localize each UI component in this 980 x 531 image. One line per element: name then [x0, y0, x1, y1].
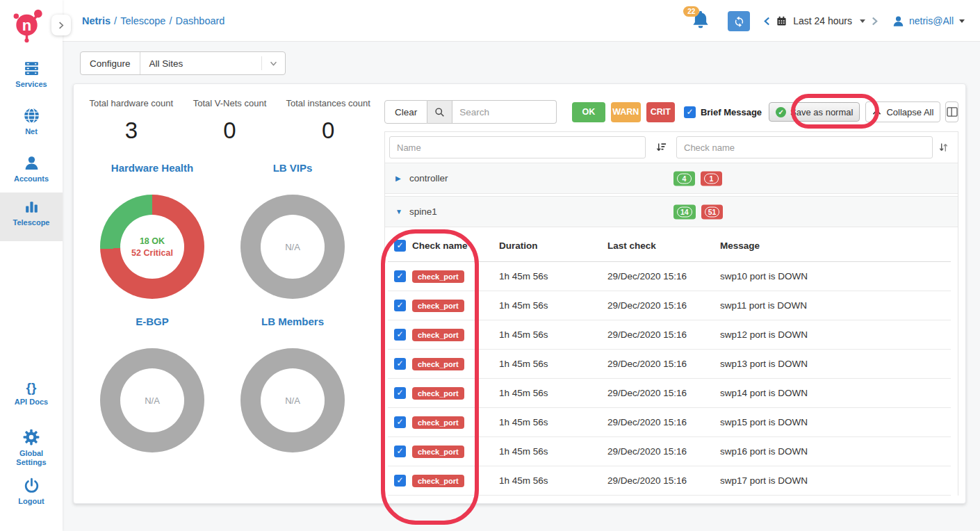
check-name-badge: check_port	[412, 329, 464, 341]
name-filter-input[interactable]	[389, 136, 646, 158]
collapse-all-label: Collapse All	[886, 107, 933, 117]
lb-members-donut[interactable]: N/A	[240, 348, 345, 452]
chevron-down-icon	[270, 61, 277, 66]
collapse-all-button[interactable]: Collapse All	[865, 101, 940, 122]
duration-cell: 1h 45m 56s	[499, 300, 607, 311]
group-status-badges: 14 51	[673, 204, 723, 219]
last-check-cell: 29/Dec/2020 15:16	[607, 417, 720, 427]
time-range-prev-button[interactable]	[764, 17, 770, 26]
row-checkbox[interactable]	[394, 475, 406, 487]
breadcrumb-root[interactable]: Netris	[82, 15, 111, 26]
donut-center: N/A	[261, 215, 325, 279]
netris-logo[interactable]: n	[10, 6, 49, 44]
sidebar-label-telescope: Telescope	[0, 218, 63, 227]
row-checkbox[interactable]	[394, 329, 406, 341]
group-row-spine1[interactable]: ▼ spine1 14 51	[385, 196, 958, 227]
stat-label: Total hardware count	[82, 98, 181, 108]
check-row: check_port 1h 45m 56s 29/Dec/2020 15:16 …	[388, 320, 951, 350]
message-cell: swp17 port is DOWN	[720, 475, 951, 486]
sidebar-item-logout[interactable]: Logout	[0, 471, 63, 506]
chart-lb-members: LB Members N/A	[237, 316, 348, 452]
breadcrumb: Netris / Telescope / Dashboard	[82, 0, 224, 42]
expand-down-icon[interactable]: ▼	[395, 208, 409, 215]
sidebar-label-accounts: Accounts	[0, 174, 63, 183]
check-name-filter-input[interactable]	[676, 136, 933, 158]
sidebar-item-global-settings[interactable]: Global Settings	[0, 423, 63, 467]
notifications-button[interactable]: 22	[690, 9, 714, 33]
last-check-cell: 29/Dec/2020 15:16	[607, 329, 720, 340]
refresh-button[interactable]	[728, 11, 750, 31]
column-settings-button[interactable]	[945, 101, 958, 122]
row-checkbox[interactable]	[394, 446, 406, 457]
check-name-badge: check_port	[412, 475, 464, 487]
sidebar-item-accounts[interactable]: Accounts	[0, 149, 63, 183]
name-sort-button[interactable]	[646, 142, 676, 152]
duration-cell: 1h 45m 56s	[499, 329, 607, 340]
header-actions: 22	[690, 0, 965, 42]
configure-button[interactable]: Configure	[81, 52, 140, 74]
check-name-badge: check_port	[412, 387, 464, 400]
save-as-normal-button[interactable]: ✓ Save as normal	[769, 102, 860, 122]
donut-center: N/A	[261, 368, 325, 432]
check-row: check_port 1h 45m 56s 29/Dec/2020 15:16 …	[388, 262, 951, 291]
user-menu[interactable]: netris@All	[892, 15, 965, 28]
sidebar-label-logout: Logout	[0, 497, 63, 506]
monitor-table: ▶ controller 4 1 ▼ spine1 14 51	[384, 131, 958, 496]
check-name-badge: check_port	[412, 358, 464, 370]
site-selector-dropdown[interactable]	[261, 56, 285, 70]
row-checkbox[interactable]	[394, 387, 406, 399]
lb-vips-donut[interactable]: N/A	[240, 195, 345, 299]
time-range-next-button[interactable]	[872, 17, 878, 26]
last-check-cell: 29/Dec/2020 15:16	[607, 300, 720, 311]
checks-subtable: Check name Duration Last check Message c…	[388, 229, 951, 496]
check-name-sort-button[interactable]	[933, 142, 954, 152]
netris-logo-icon: n	[10, 6, 49, 44]
globe-icon	[23, 107, 40, 124]
site-selector-value[interactable]: All Sites	[140, 58, 261, 69]
crit-count-badge: 51	[701, 204, 724, 219]
duration-cell: 1h 45m 56s	[499, 475, 607, 486]
subtable-header: Check name Duration Last check Message	[388, 229, 951, 262]
expand-right-icon[interactable]: ▶	[395, 174, 409, 182]
warn-filter-button[interactable]: WARN	[611, 102, 641, 122]
row-checkbox[interactable]	[394, 416, 406, 428]
notification-count-badge: 22	[683, 6, 699, 17]
breadcrumb-section[interactable]: Telescope	[120, 15, 165, 26]
ok-count-badge: 14	[673, 204, 696, 219]
breadcrumb-separator: /	[169, 15, 172, 26]
sidebar-item-telescope[interactable]: Telescope	[0, 193, 63, 241]
group-status-badges: 4 1	[673, 171, 722, 186]
message-cell: swp16 port is DOWN	[720, 446, 951, 457]
crit-filter-button[interactable]: CRIT	[646, 102, 675, 122]
brief-message-checkbox[interactable]	[684, 106, 696, 118]
time-range-value[interactable]: Last 24 hours	[793, 15, 852, 26]
calendar-icon	[776, 16, 787, 26]
sidebar-item-services[interactable]: Services	[0, 54, 63, 89]
sidebar-item-api-docs[interactable]: {} API Docs	[0, 375, 63, 407]
sidebar-item-net[interactable]: Net	[0, 101, 63, 136]
duration-cell: 1h 45m 56s	[499, 446, 607, 457]
chart-title: LB Members	[237, 316, 348, 327]
search-button[interactable]	[427, 100, 452, 124]
donut-center: 18 OK 52 Critical	[120, 215, 184, 279]
stat-value: 0	[279, 117, 377, 144]
top-bar: Netris / Telescope / Dashboard 22	[63, 0, 980, 42]
row-checkbox[interactable]	[394, 358, 406, 370]
search-group: Clear	[384, 100, 557, 124]
last-check-cell: 29/Dec/2020 15:16	[607, 359, 720, 369]
row-checkbox[interactable]	[394, 300, 406, 311]
e-bgp-donut[interactable]: N/A	[100, 348, 204, 452]
column-check-name: Check name	[412, 240, 468, 251]
save-as-normal-label: Save as normal	[790, 107, 853, 117]
search-input[interactable]	[452, 100, 557, 124]
last-check-cell: 29/Dec/2020 15:16	[607, 388, 720, 398]
message-cell: swp14 port is DOWN	[720, 388, 951, 398]
hardware-health-donut[interactable]: 18 OK 52 Critical	[100, 195, 204, 299]
select-all-checkbox[interactable]	[394, 240, 406, 252]
time-range-caret-icon[interactable]	[860, 19, 865, 23]
group-row-controller[interactable]: ▶ controller 4 1	[385, 163, 958, 194]
ok-filter-button[interactable]: OK	[572, 102, 605, 122]
sidebar-expand-toggle[interactable]	[51, 15, 71, 35]
row-checkbox[interactable]	[394, 270, 406, 282]
clear-button[interactable]: Clear	[384, 100, 427, 124]
